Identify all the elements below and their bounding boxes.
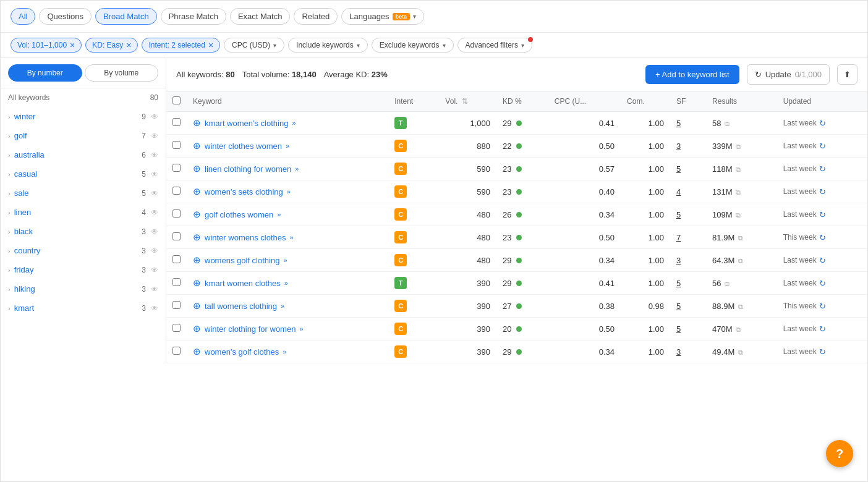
keyword-arrow-icon[interactable]: » xyxy=(295,165,299,172)
tab-related[interactable]: Related xyxy=(294,8,338,25)
row-checkbox-cell[interactable] xyxy=(166,203,187,226)
sidebar-item[interactable]: › hiking 3 👁 xyxy=(1,279,166,298)
keyword-arrow-icon[interactable]: » xyxy=(277,211,281,218)
keyword-add-icon[interactable]: ⊕ xyxy=(193,186,201,197)
sf-cell[interactable]: 5 xyxy=(670,203,706,226)
row-refresh-icon[interactable]: ↻ xyxy=(819,302,826,311)
row-checkbox[interactable] xyxy=(172,141,181,149)
advanced-filters-dropdown[interactable]: Advanced filters ▾ xyxy=(457,38,532,53)
eye-icon[interactable]: 👁 xyxy=(151,247,158,255)
keyword-arrow-icon[interactable]: » xyxy=(299,325,303,332)
tab-phrase-match[interactable]: Phrase Match xyxy=(161,8,226,25)
sidebar-item[interactable]: › australia 6 👁 xyxy=(1,145,166,164)
sidebar-tab-by-number[interactable]: By number xyxy=(8,64,82,82)
keyword-text[interactable]: winter clothing for women xyxy=(205,324,296,334)
row-checkbox-cell[interactable] xyxy=(166,295,187,318)
sidebar-item[interactable]: › black 3 👁 xyxy=(1,222,166,241)
keyword-add-icon[interactable]: ⊕ xyxy=(193,277,201,289)
keyword-text[interactable]: winter womens clothes xyxy=(205,233,286,242)
row-refresh-icon[interactable]: ↻ xyxy=(819,233,826,242)
sf-cell[interactable]: 5 xyxy=(670,318,706,340)
row-checkbox[interactable] xyxy=(172,187,181,195)
keyword-arrow-icon[interactable]: » xyxy=(287,188,291,195)
row-refresh-icon[interactable]: ↻ xyxy=(819,142,826,151)
keyword-arrow-icon[interactable]: » xyxy=(283,256,287,264)
keyword-add-icon[interactable]: ⊕ xyxy=(193,117,201,129)
sf-cell[interactable]: 4 xyxy=(670,180,706,203)
eye-icon[interactable]: 👁 xyxy=(151,285,158,294)
sidebar-tab-by-volume[interactable]: By volume xyxy=(85,64,159,82)
sidebar-item[interactable]: › kmart 3 👁 xyxy=(1,298,166,318)
update-button[interactable]: ↻ Update 0/1,000 xyxy=(747,64,830,85)
row-refresh-icon[interactable]: ↻ xyxy=(819,347,826,357)
row-checkbox-cell[interactable] xyxy=(166,158,187,180)
sf-cell[interactable]: 5 xyxy=(670,272,706,295)
row-checkbox[interactable] xyxy=(172,278,181,286)
kd-filter-close[interactable]: × xyxy=(126,41,131,49)
row-checkbox[interactable] xyxy=(172,324,181,332)
eye-icon[interactable]: 👁 xyxy=(151,112,158,121)
keyword-add-icon[interactable]: ⊕ xyxy=(193,140,201,151)
keyword-text[interactable]: kmart women clothes xyxy=(205,279,281,288)
eye-icon[interactable]: 👁 xyxy=(151,208,158,217)
sidebar-item[interactable]: › casual 5 👁 xyxy=(1,164,166,184)
sf-cell[interactable]: 7 xyxy=(670,226,706,249)
row-refresh-icon[interactable]: ↻ xyxy=(819,279,826,288)
add-to-keyword-list-button[interactable]: + Add to keyword list xyxy=(645,65,739,84)
sf-cell[interactable]: 5 xyxy=(670,112,706,135)
sidebar-item[interactable]: › country 3 👁 xyxy=(1,241,166,260)
select-all-checkbox[interactable] xyxy=(172,96,181,104)
sidebar-item[interactable]: › friday 3 👁 xyxy=(1,260,166,279)
keyword-arrow-icon[interactable]: » xyxy=(284,279,288,287)
row-checkbox-cell[interactable] xyxy=(166,318,187,340)
tab-broad-match[interactable]: Broad Match xyxy=(95,8,157,25)
intent-filter-close[interactable]: × xyxy=(208,41,213,49)
keyword-text[interactable]: women's sets clothing xyxy=(205,187,283,197)
sf-cell[interactable]: 3 xyxy=(670,340,706,363)
tab-questions[interactable]: Questions xyxy=(39,8,91,25)
intent-filter-chip[interactable]: Intent: 2 selected × xyxy=(142,38,220,53)
eye-icon[interactable]: 👁 xyxy=(151,170,158,179)
vol-filter-chip[interactable]: Vol: 101–1,000 × xyxy=(11,38,82,53)
export-button[interactable]: ⬆ xyxy=(837,64,857,85)
tab-exact-match[interactable]: Exact Match xyxy=(230,8,291,25)
th-volume[interactable]: Vol. ⇅ xyxy=(439,91,496,112)
languages-dropdown[interactable]: Languages beta ▾ xyxy=(341,8,424,25)
cpc-dropdown[interactable]: CPC (USD) ▾ xyxy=(224,38,284,53)
row-checkbox-cell[interactable] xyxy=(166,180,187,203)
keyword-text[interactable]: kmart women's clothing xyxy=(205,119,288,128)
keyword-arrow-icon[interactable]: » xyxy=(283,348,286,355)
row-checkbox[interactable] xyxy=(172,347,181,355)
row-checkbox-cell[interactable] xyxy=(166,272,187,295)
row-checkbox-cell[interactable] xyxy=(166,226,187,249)
keyword-add-icon[interactable]: ⊕ xyxy=(193,346,201,357)
keyword-add-icon[interactable]: ⊕ xyxy=(193,163,201,174)
sidebar-item[interactable]: › sale 5 👁 xyxy=(1,184,166,203)
row-checkbox-cell[interactable] xyxy=(166,135,187,158)
sf-cell[interactable]: 5 xyxy=(670,295,706,318)
help-button[interactable]: ? xyxy=(826,440,853,467)
eye-icon[interactable]: 👁 xyxy=(151,304,158,313)
keyword-arrow-icon[interactable]: » xyxy=(281,302,284,310)
row-checkbox[interactable] xyxy=(172,301,181,309)
row-checkbox[interactable] xyxy=(172,164,181,172)
keyword-text[interactable]: women's golf clothes xyxy=(205,347,279,357)
row-refresh-icon[interactable]: ↻ xyxy=(819,119,826,128)
keyword-text[interactable]: tall womens clothing xyxy=(205,302,277,311)
keyword-add-icon[interactable]: ⊕ xyxy=(193,209,201,220)
row-refresh-icon[interactable]: ↻ xyxy=(819,324,826,334)
row-checkbox[interactable] xyxy=(172,255,181,263)
row-refresh-icon[interactable]: ↻ xyxy=(819,164,826,174)
keyword-add-icon[interactable]: ⊕ xyxy=(193,300,201,311)
keyword-add-icon[interactable]: ⊕ xyxy=(193,323,201,334)
eye-icon[interactable]: 👁 xyxy=(151,132,158,140)
keyword-arrow-icon[interactable]: » xyxy=(290,234,294,241)
sf-cell[interactable]: 3 xyxy=(670,135,706,158)
exclude-keywords-dropdown[interactable]: Exclude keywords ▾ xyxy=(372,38,454,53)
row-checkbox-cell[interactable] xyxy=(166,340,187,363)
eye-icon[interactable]: 👁 xyxy=(151,227,158,236)
eye-icon[interactable]: 👁 xyxy=(151,266,158,274)
keyword-add-icon[interactable]: ⊕ xyxy=(193,255,201,266)
sidebar-item[interactable]: › golf 7 👁 xyxy=(1,126,166,145)
row-checkbox[interactable] xyxy=(172,209,181,218)
